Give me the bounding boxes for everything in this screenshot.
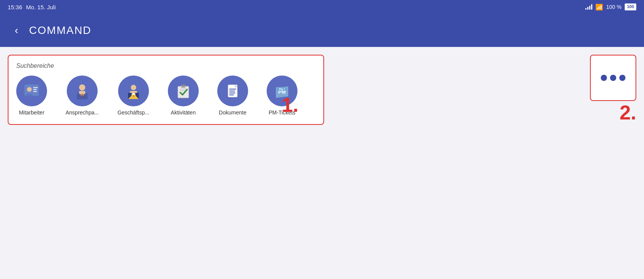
main-content: Suchbereiche Mitarbeiter	[0, 47, 644, 279]
annotation-2: 2.	[620, 101, 636, 124]
search-label-mitarbeiter: Mitarbeiter	[19, 109, 44, 116]
search-areas-title: Suchbereiche	[16, 62, 316, 69]
ansprechpa-icon	[74, 82, 91, 99]
svg-rect-4	[33, 89, 37, 90]
search-icon-geschaeftsp-circle	[118, 76, 149, 106]
svg-rect-0	[25, 85, 39, 96]
svg-rect-19	[178, 86, 189, 98]
page-title: COMMAND	[29, 24, 91, 37]
svg-rect-5	[33, 91, 37, 92]
search-icon-mitarbeiter-circle	[16, 76, 47, 106]
annotation-1: 1.	[282, 93, 298, 116]
search-label-geschaeftsp: Geschäftsp...	[117, 109, 149, 116]
search-label-ansprechpa: Ansprechpa...	[66, 109, 99, 116]
svg-point-12	[131, 85, 136, 90]
more-button[interactable]	[590, 55, 636, 101]
svg-rect-23	[180, 89, 187, 89]
search-label-aktivitaeten: Aktivitäten	[171, 109, 196, 116]
signal-icon	[585, 4, 592, 10]
dot-2	[610, 75, 616, 81]
search-item-ansprechpa[interactable]: Ansprechpa...	[66, 76, 99, 116]
battery-level: 100 %	[606, 4, 622, 10]
search-icon-aktivitaeten-circle	[168, 76, 199, 106]
status-bar: 15:36 Mo. 15. Juli 📶 100 % 100	[0, 0, 644, 14]
battery-icon: 100	[625, 3, 636, 10]
svg-rect-29	[229, 91, 235, 92]
search-icon-dokumente-circle	[217, 76, 248, 106]
search-item-aktivitaeten[interactable]: Aktivitäten	[168, 76, 199, 116]
svg-rect-3	[33, 87, 38, 88]
more-dots-icon	[601, 75, 625, 81]
svg-rect-22	[182, 84, 185, 86]
search-item-mitarbeiter[interactable]: Mitarbeiter	[16, 76, 47, 116]
search-item-dokumente[interactable]: Dokumente	[217, 76, 248, 116]
search-areas-box: Suchbereiche Mitarbeiter	[8, 55, 324, 125]
status-right: 📶 100 % 100	[585, 3, 636, 11]
wifi-icon: 📶	[595, 3, 603, 11]
dot-1	[601, 75, 607, 81]
search-label-dokumente: Dokumente	[219, 109, 247, 116]
date: Mo. 15. Juli	[26, 4, 56, 10]
svg-text:PM-T: PM-T	[279, 88, 286, 91]
dokumente-icon	[224, 82, 241, 99]
time: 15:36	[8, 4, 22, 10]
status-left: 15:36 Mo. 15. Juli	[8, 4, 56, 10]
search-item-geschaeftsp[interactable]: Geschäftsp...	[117, 76, 149, 116]
dot-3	[619, 75, 625, 81]
back-button[interactable]: ‹	[12, 21, 21, 40]
nav-bar: ‹ COMMAND	[0, 14, 644, 47]
search-icons-row: Mitarbeiter Ansprechpa...	[16, 76, 316, 116]
geschaeftsp-icon	[125, 82, 142, 99]
svg-rect-8	[79, 91, 85, 94]
mitarbeiter-icon	[23, 82, 40, 99]
aktivitaeten-icon	[175, 82, 192, 99]
svg-point-6	[79, 84, 85, 91]
svg-point-2	[27, 87, 32, 92]
svg-rect-24	[180, 90, 185, 91]
search-icon-ansprechpa-circle	[67, 76, 98, 106]
svg-rect-30	[229, 92, 235, 94]
svg-rect-31	[229, 94, 234, 96]
svg-rect-28	[229, 89, 236, 90]
